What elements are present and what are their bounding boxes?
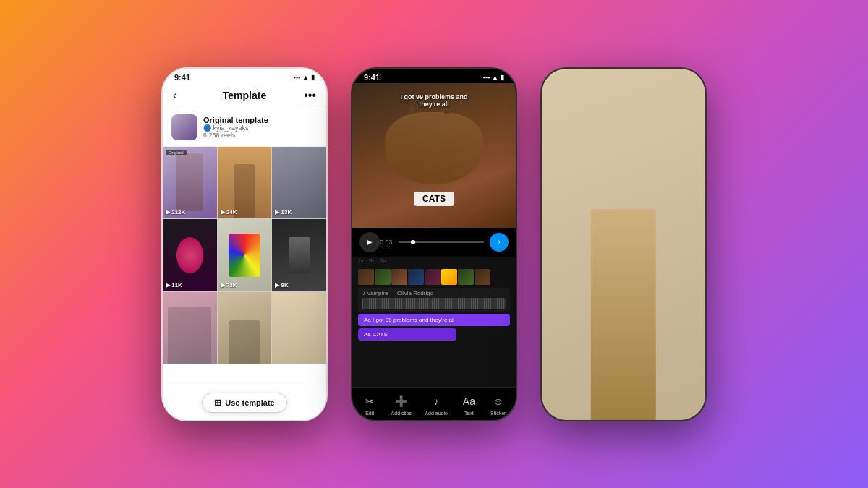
use-template-label: Use template [225, 398, 274, 407]
cell-views-1: ▶ 24K [221, 209, 237, 215]
audio-waveform [362, 298, 506, 309]
grid-cell-4[interactable]: ▶ 73K [218, 219, 272, 291]
phone2-time: 9:41 [364, 73, 380, 82]
play-button[interactable]: ▶ [359, 232, 380, 252]
reels-grid: Original ▶ 212K ▶ 24K ▶ 13K [163, 147, 326, 385]
phone2-content: I got 99 problems and they're all CATS ▶… [352, 83, 516, 420]
sticker-label: Sticker [490, 411, 506, 416]
profile-reels-count: 6,238 reels [203, 132, 236, 139]
phone-editor: 9:41 ▪▪▪ ▲ ▮ I got 99 problems and [351, 67, 517, 421]
video-caption-line1: I got 99 problems and [400, 93, 467, 100]
more-icon[interactable]: ••• [304, 89, 316, 102]
phone1-time: 9:41 [174, 73, 190, 82]
clip-7[interactable] [475, 269, 490, 285]
edit-icon: ✂ [362, 393, 378, 409]
add-clips-tool[interactable]: ➕ Add clips [391, 393, 412, 416]
phone-browse: 9:41 ▪▪▪ ▲ ▮ ✕ Browse templates Recommen… [540, 67, 707, 421]
text-track-1[interactable]: Aa I got 99 problems and they're all [358, 314, 510, 326]
back-icon[interactable]: ‹ [173, 89, 176, 102]
cell-views-3: ▶ 11K [166, 282, 182, 288]
phone3-content: ✕ Browse templates Recommended templates [542, 83, 705, 420]
edit-label: Edit [365, 411, 374, 416]
grid-cell-6[interactable] [163, 292, 217, 364]
phone1-status-bar: 9:41 ▪▪▪ ▲ ▮ [163, 69, 326, 83]
text-tool[interactable]: Aa Text [461, 393, 477, 416]
text-track-2-label: Aa CATS [364, 331, 451, 338]
grid-cell-5[interactable]: ▶ 8K [272, 219, 326, 291]
profile-row[interactable]: Original template 🔵 kyia_kayaks 6,238 re… [163, 108, 326, 147]
trending-card-2[interactable] [625, 249, 698, 347]
clip-1[interactable] [375, 269, 391, 285]
profile-name: Original template [203, 116, 318, 124]
grid-cell-original[interactable]: Original ▶ 212K [163, 147, 217, 219]
clip-4[interactable] [425, 269, 441, 285]
grid-cell-3[interactable]: ▶ 11K [163, 219, 217, 291]
audio-track[interactable]: ♪ vampire — Olivia Rodrigo [358, 288, 510, 312]
cell-views-0: ▶ 212K [166, 209, 185, 215]
next-button[interactable]: › [490, 233, 509, 252]
add-audio-label: Add audio [425, 411, 448, 416]
timeline-ruler: 1s 3s 5s [352, 257, 516, 265]
add-audio-tool[interactable]: ♪ Add audio [425, 393, 448, 416]
browse-content: Recommended templates okay_kaiden_459 [542, 106, 705, 420]
original-badge: Original [166, 150, 187, 155]
phone1-content: ‹ Template ••• Original template 🔵 kyia_… [163, 83, 326, 420]
use-template-button[interactable]: ⊞ Use template [202, 393, 286, 413]
phone2-status-bar: 9:41 ▪▪▪ ▲ ▮ [352, 69, 516, 83]
video-controls: ▶ 0:03 › [352, 228, 516, 257]
editor-timeline: ♪ vampire — Olivia Rodrigo Aa I got 99 p… [352, 265, 516, 387]
clip-6[interactable] [458, 269, 474, 285]
add-audio-icon: ♪ [428, 393, 444, 409]
text-icon: Aa [461, 393, 477, 409]
text-track-1-label: Aa I got 99 problems and they're all [364, 317, 504, 323]
video-preview: I got 99 problems and they're all CATS [352, 83, 516, 228]
sticker-icon: ☺ [490, 393, 506, 409]
cell-views-4: ▶ 73K [221, 282, 237, 288]
grid-layout: Original ▶ 212K ▶ 24K ▶ 13K [163, 147, 326, 364]
cell-views-2: ▶ 13K [275, 209, 292, 215]
editor-toolbar: ✂ Edit ➕ Add clips ♪ Add audio Aa Text ☺ [352, 387, 516, 420]
add-clips-icon: ➕ [393, 393, 409, 409]
time-label: 0:03 [380, 239, 393, 246]
phones-container: 9:41 ▪▪▪ ▲ ▮ ‹ Template ••• Original tem… [0, 0, 868, 488]
video-caption-line2: they're all [400, 100, 467, 108]
phone1-header: ‹ Template ••• [163, 83, 326, 108]
video-inner: I got 99 problems and they're all CATS [352, 83, 516, 228]
clips-track [352, 269, 516, 285]
use-template-bar: ⊞ Use template [163, 385, 326, 420]
grid-cell-1[interactable]: ▶ 24K [218, 147, 272, 219]
page-title: Template [223, 90, 266, 101]
clip-3[interactable] [408, 269, 424, 285]
grid-cell-7[interactable] [218, 292, 272, 364]
phone1-status-icons: ▪▪▪ ▲ ▮ [294, 74, 315, 81]
clip-2[interactable] [391, 269, 407, 285]
add-clips-label: Add clips [391, 411, 412, 416]
profile-info: Original template 🔵 kyia_kayaks 6,238 re… [203, 116, 318, 139]
grid-cell-8[interactable] [272, 292, 326, 364]
phone-template: 9:41 ▪▪▪ ▲ ▮ ‹ Template ••• Original tem… [161, 67, 328, 421]
cell-views-5: ▶ 8K [275, 282, 288, 288]
audio-label: ♪ vampire — Olivia Rodrigo [362, 290, 506, 296]
edit-tool[interactable]: ✂ Edit [362, 393, 378, 416]
clip-5[interactable] [441, 269, 457, 285]
sticker-tool[interactable]: ☺ Sticker [490, 393, 506, 416]
grid-cell-2[interactable]: ▶ 13K [272, 147, 326, 219]
text-label: Text [464, 411, 474, 416]
template-icon: ⊞ [214, 398, 221, 408]
trending-grid [549, 249, 698, 347]
cats-label: CATS [414, 192, 454, 206]
avatar [171, 114, 197, 140]
clip-0[interactable] [358, 269, 374, 285]
profile-handle: 🔵 kyia_kayaks [203, 124, 249, 132]
timeline-indicator [411, 240, 415, 244]
text-track-2[interactable]: Aa CATS [358, 328, 456, 341]
timeline-bar[interactable] [399, 241, 484, 243]
